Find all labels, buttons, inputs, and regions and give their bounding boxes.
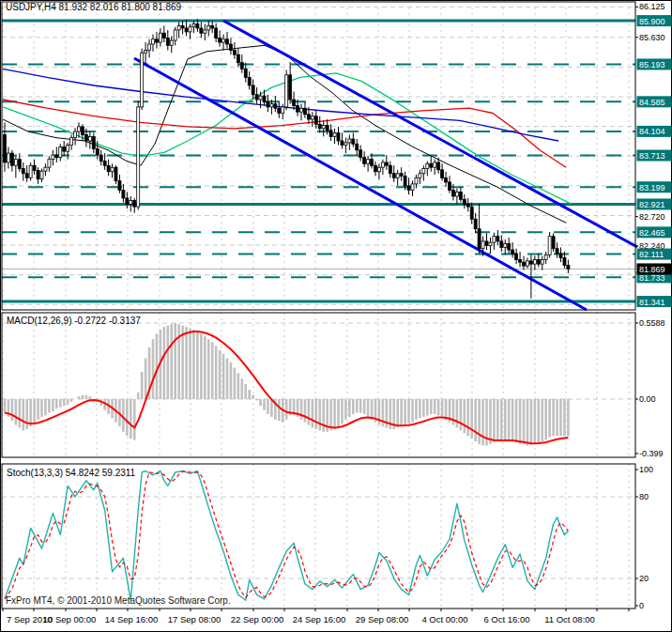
candle bbox=[118, 181, 121, 191]
svg-text:0.00: 0.00 bbox=[639, 394, 656, 404]
candle bbox=[356, 144, 359, 150]
svg-text:81.869: 81.869 bbox=[639, 265, 665, 274]
candle bbox=[515, 254, 518, 260]
candle bbox=[96, 149, 99, 156]
candle bbox=[567, 265, 570, 269]
candle bbox=[485, 241, 488, 246]
candle bbox=[493, 237, 496, 243]
candle bbox=[133, 201, 136, 208]
svg-text:83.199: 83.199 bbox=[639, 183, 665, 193]
svg-text:82.465: 82.465 bbox=[639, 228, 665, 238]
candle bbox=[278, 108, 281, 113]
candle bbox=[341, 141, 344, 146]
candle bbox=[263, 96, 266, 102]
candle bbox=[419, 174, 421, 178]
candle bbox=[204, 30, 206, 33]
candle bbox=[248, 77, 251, 85]
candle bbox=[207, 25, 210, 30]
svg-text:84.585: 84.585 bbox=[639, 98, 665, 107]
svg-text:17 Sep 08:00: 17 Sep 08:00 bbox=[168, 614, 221, 624]
candle bbox=[512, 250, 514, 254]
candle bbox=[152, 39, 155, 44]
svg-text:29 Sep 08:00: 29 Sep 08:00 bbox=[356, 614, 409, 624]
candle bbox=[44, 167, 47, 171]
candle bbox=[48, 160, 51, 168]
svg-text:14 Sep 16:00: 14 Sep 16:00 bbox=[105, 614, 159, 624]
candle bbox=[240, 63, 243, 69]
candle bbox=[329, 131, 332, 137]
candle bbox=[415, 177, 418, 184]
svg-text:6 Oct 16:00: 6 Oct 16:00 bbox=[483, 614, 529, 624]
candle bbox=[359, 150, 362, 158]
candle bbox=[504, 243, 507, 247]
candle bbox=[389, 165, 391, 174]
candle bbox=[434, 162, 436, 167]
candle bbox=[185, 28, 188, 32]
candle bbox=[314, 116, 317, 125]
candle bbox=[177, 25, 180, 30]
candle bbox=[255, 95, 258, 100]
svg-text:81.341: 81.341 bbox=[639, 298, 665, 307]
candle bbox=[40, 171, 43, 179]
candle bbox=[78, 127, 81, 131]
candle bbox=[10, 153, 13, 165]
chart-canvas[interactable]: 86.12585.63082.72082.24085.90085.19384.5… bbox=[0, 0, 672, 632]
candle bbox=[293, 100, 296, 106]
candle bbox=[400, 174, 403, 177]
candle bbox=[404, 176, 406, 185]
candle bbox=[385, 162, 388, 165]
candle bbox=[374, 165, 377, 172]
candle bbox=[556, 249, 558, 254]
svg-text:20: 20 bbox=[639, 574, 649, 583]
candle bbox=[318, 124, 321, 129]
candle bbox=[99, 155, 102, 162]
svg-text:24 Sep 16:00: 24 Sep 16:00 bbox=[293, 614, 346, 624]
candle bbox=[174, 30, 176, 40]
candle bbox=[189, 27, 191, 32]
mt4-chart-window: 86.12585.63082.72082.24085.90085.19384.5… bbox=[0, 0, 672, 632]
candle bbox=[523, 262, 526, 266]
candle bbox=[371, 160, 374, 166]
candle bbox=[145, 51, 147, 54]
candle bbox=[537, 260, 540, 265]
candle bbox=[244, 69, 247, 77]
candle bbox=[322, 126, 325, 129]
candle bbox=[544, 254, 547, 259]
candle bbox=[141, 53, 144, 107]
candle bbox=[381, 162, 384, 167]
candle bbox=[170, 40, 173, 45]
candle bbox=[52, 155, 54, 160]
candle bbox=[252, 85, 254, 95]
svg-text:82.921: 82.921 bbox=[639, 200, 665, 209]
svg-text:10 Sep 00:00: 10 Sep 00:00 bbox=[43, 614, 97, 624]
candle bbox=[508, 243, 511, 250]
candle bbox=[67, 146, 69, 152]
candle bbox=[426, 163, 429, 168]
candle bbox=[37, 170, 39, 178]
candle bbox=[259, 96, 262, 100]
candle bbox=[155, 39, 158, 42]
candle bbox=[162, 33, 165, 38]
candle bbox=[33, 165, 36, 170]
candle bbox=[103, 162, 106, 166]
candle bbox=[81, 127, 84, 135]
svg-text:85.630: 85.630 bbox=[639, 33, 665, 42]
candle bbox=[115, 167, 117, 180]
candle bbox=[181, 25, 184, 28]
candle bbox=[348, 139, 351, 143]
candle bbox=[392, 174, 395, 178]
candle bbox=[481, 241, 484, 249]
candle bbox=[7, 153, 9, 162]
candle bbox=[459, 192, 462, 199]
candle bbox=[267, 102, 269, 107]
candle bbox=[222, 39, 225, 42]
candle bbox=[563, 258, 566, 266]
candle bbox=[519, 260, 522, 263]
candle bbox=[407, 186, 410, 191]
candle bbox=[74, 131, 77, 138]
candle bbox=[215, 28, 218, 38]
candle bbox=[441, 170, 444, 178]
candle bbox=[166, 38, 169, 45]
candle bbox=[111, 167, 114, 172]
candle bbox=[159, 33, 161, 42]
